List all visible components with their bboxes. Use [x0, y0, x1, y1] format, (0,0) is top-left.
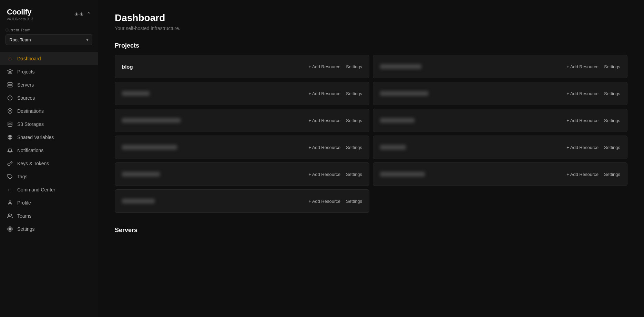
svg-marker-0 [8, 69, 12, 72]
add-resource-button[interactable]: + Add Resource [566, 172, 599, 177]
team-select[interactable]: Root Team ▾ [6, 34, 92, 45]
project-card: + Add Resource Settings [373, 136, 627, 159]
sidebar-item-commandcenter[interactable]: ›_ Command Center [0, 183, 98, 196]
sidebar-item-teams[interactable]: Teams [0, 209, 98, 222]
add-resource-button[interactable]: + Add Resource [308, 91, 340, 96]
settings-button[interactable]: Settings [346, 199, 362, 204]
sidebar-nav: Dashboard Projects Servers Sources Desti… [0, 49, 98, 310]
project-actions: + Add Resource Settings [308, 91, 362, 96]
servers-section-title: Servers [115, 227, 627, 234]
project-card: + Add Resource Settings [115, 109, 369, 132]
project-card: + Add Resource Settings [373, 82, 627, 105]
add-resource-button[interactable]: + Add Resource [308, 145, 340, 150]
sidebar-item-settings[interactable]: Settings [0, 222, 98, 236]
project-name-blurred [380, 172, 425, 177]
tag-icon [7, 174, 13, 180]
project-actions: + Add Resource Settings [566, 118, 620, 123]
project-name-blurred [380, 64, 421, 69]
team-chevron-icon: ▾ [86, 37, 89, 42]
add-resource-button[interactable]: + Add Resource [566, 145, 599, 150]
add-resource-button[interactable]: + Add Resource [566, 64, 599, 69]
terminal-icon: ›_ [7, 187, 13, 193]
main-content: Dashboard Your self-hosted infrastructur… [98, 0, 644, 317]
add-resource-button[interactable]: + Add Resource [308, 199, 340, 204]
sidebar-item-label: Servers [17, 82, 34, 88]
project-name-blurred [122, 118, 181, 123]
settings-button[interactable]: Settings [604, 172, 620, 177]
home-icon [7, 56, 13, 62]
sources-icon [7, 95, 13, 101]
project-card: + Add Resource Settings [373, 162, 627, 186]
teams-icon [7, 213, 13, 219]
add-resource-button[interactable]: + Add Resource [308, 172, 340, 177]
team-label: Current Team [6, 28, 92, 32]
project-card: + Add Resource Settings [115, 189, 369, 213]
project-actions: + Add Resource Settings [308, 118, 362, 123]
project-card: + Add Resource Settings [115, 162, 369, 186]
sidebar-item-label: Keys & Tokens [17, 161, 49, 166]
settings-button[interactable]: Settings [604, 145, 620, 150]
project-name-blurred [122, 199, 155, 204]
svg-point-8 [9, 110, 11, 111]
bell-icon [7, 147, 13, 153]
sidebar-item-servers[interactable]: Servers [0, 78, 98, 91]
project-card: + Add Resource Settings [115, 82, 369, 105]
profile-icon [7, 200, 13, 206]
sidebar-item-keystokens[interactable]: Keys & Tokens [0, 157, 98, 170]
projects-section-title: Projects [115, 42, 627, 49]
sidebar-header: Coolify v4.0.0-beta.313 ☀ ⌃ [0, 0, 98, 27]
project-card: + Add Resource Settings [115, 136, 369, 159]
add-resource-button[interactable]: + Add Resource [308, 64, 340, 69]
project-actions: + Add Resource Settings [566, 64, 620, 69]
sidebar-item-label: S3 Storages [17, 121, 44, 127]
sidebar-item-label: Sources [17, 95, 35, 101]
chevron-up-down-icon[interactable]: ⌃ [86, 11, 91, 18]
sidebar-item-sources[interactable]: Sources [0, 91, 98, 105]
project-actions: + Add Resource Settings [308, 199, 362, 204]
sidebar: Coolify v4.0.0-beta.313 ☀ ⌃ Current Team… [0, 0, 98, 317]
settings-button[interactable]: Settings [346, 91, 362, 96]
sidebar-item-label: Teams [17, 213, 31, 219]
sidebar-item-label: Settings [17, 226, 35, 232]
add-resource-button[interactable]: + Add Resource [308, 118, 340, 123]
key-icon [7, 160, 13, 167]
sidebar-item-profile[interactable]: Profile [0, 196, 98, 209]
svg-point-10 [8, 135, 12, 139]
variable-icon [7, 134, 13, 140]
settings-button[interactable]: Settings [346, 145, 362, 150]
sidebar-item-sharedvariables[interactable]: Shared Variables [0, 131, 98, 144]
destinations-icon [7, 108, 13, 114]
settings-button[interactable]: Settings [346, 64, 362, 69]
project-name-blurred [122, 145, 177, 150]
storage-icon [7, 121, 13, 127]
settings-button[interactable]: Settings [604, 64, 620, 69]
settings-button[interactable]: Settings [346, 118, 362, 123]
settings-icon [7, 226, 13, 232]
sidebar-item-projects[interactable]: Projects [0, 65, 98, 78]
sidebar-item-label: Command Center [17, 187, 55, 192]
theme-icon[interactable]: ☀ [74, 11, 84, 18]
sidebar-item-label: Projects [17, 69, 35, 75]
sidebar-item-s3storages[interactable]: S3 Storages [0, 118, 98, 131]
project-actions: + Add Resource Settings [566, 91, 620, 96]
svg-point-14 [9, 201, 11, 202]
sidebar-item-tags[interactable]: Tags [0, 170, 98, 183]
add-resource-button[interactable]: + Add Resource [566, 118, 599, 123]
sidebar-item-dashboard[interactable]: Dashboard [0, 52, 98, 65]
projects-grid: blog + Add Resource Settings + Add Resou… [115, 55, 627, 213]
project-name-blurred [380, 118, 415, 123]
sidebar-item-label: Profile [17, 200, 31, 206]
sidebar-item-destinations[interactable]: Destinations [0, 105, 98, 118]
sidebar-header-icons: ☀ ⌃ [74, 11, 91, 18]
team-section: Current Team Root Team ▾ [0, 27, 98, 49]
settings-button[interactable]: Settings [604, 91, 620, 96]
sidebar-item-label: Notifications [17, 148, 43, 153]
settings-button[interactable]: Settings [346, 172, 362, 177]
project-card: + Add Resource Settings [373, 109, 627, 132]
project-actions: + Add Resource Settings [308, 64, 362, 69]
settings-button[interactable]: Settings [604, 118, 620, 123]
add-resource-button[interactable]: + Add Resource [566, 91, 599, 96]
brand: Coolify v4.0.0-beta.313 [7, 8, 33, 21]
project-name-blurred [380, 91, 428, 96]
sidebar-item-notifications[interactable]: Notifications [0, 144, 98, 157]
